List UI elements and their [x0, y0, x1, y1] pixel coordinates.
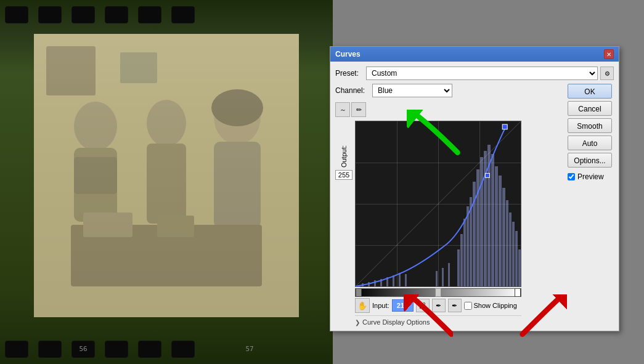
red-arrow-right [518, 294, 567, 338]
frame-numbers: 56 57 [0, 345, 333, 353]
sprocket-hole [5, 6, 28, 23]
svg-rect-11 [157, 216, 194, 237]
preview-checkbox[interactable] [568, 173, 575, 180]
show-clipping-checkbox[interactable] [464, 302, 472, 310]
channel-select[interactable]: Blue RGB Red Green [372, 84, 452, 97]
expand-icon[interactable]: ❯ [355, 319, 360, 326]
sprocket-hole [138, 6, 161, 23]
output-value: 255 [335, 170, 353, 180]
svg-rect-8 [214, 142, 261, 228]
left-panel: Channel: Blue RGB Red Green ～ ✏ [335, 84, 564, 326]
svg-rect-1 [46, 46, 96, 95]
options-button[interactable]: Options... [568, 153, 612, 168]
svg-point-5 [147, 100, 186, 147]
close-button[interactable]: ✕ [604, 49, 614, 59]
svg-rect-46 [485, 173, 489, 177]
right-panel: OK Cancel Smooth Auto Options... Preview [568, 84, 614, 326]
show-clipping-container: Show Clipping [464, 302, 517, 310]
svg-rect-10 [83, 212, 132, 237]
dialog-titlebar: Curves ✕ [330, 47, 619, 62]
preview-label: Preview [577, 172, 604, 181]
auto-button[interactable]: Auto [568, 135, 612, 150]
svg-line-44 [356, 121, 521, 286]
show-clipping-label: Show Clipping [474, 302, 517, 309]
curves-dialog: Curves ✕ Preset: Custom ⚙ Channel: Blue … [330, 46, 619, 331]
sprocket-hole [105, 6, 128, 23]
preset-select[interactable]: Custom [366, 67, 598, 80]
curve-svg [356, 121, 521, 286]
output-label: Output: [340, 145, 348, 168]
sprocket-hole [171, 6, 195, 23]
channel-label: Channel: [335, 86, 372, 95]
curves-tool-button[interactable]: ～ [335, 102, 350, 117]
red-arrow-left [404, 294, 453, 338]
channel-row: Channel: Blue RGB Red Green [335, 84, 564, 97]
hand-tool-button[interactable]: ✋ [355, 298, 370, 313]
smooth-button[interactable]: Smooth [568, 118, 612, 133]
photo-content [34, 34, 299, 317]
preset-options-button[interactable]: ⚙ [600, 67, 614, 80]
frame-number-57: 57 [245, 345, 253, 353]
sprocket-holes-top [0, 6, 333, 23]
black-point-handle[interactable] [356, 288, 362, 297]
frame-number-56: 56 [79, 345, 87, 353]
curves-graph[interactable] [355, 121, 521, 287]
main-content: Channel: Blue RGB Red Green ～ ✏ [335, 84, 614, 326]
dialog-title: Curves [335, 50, 361, 59]
svg-rect-13 [74, 157, 117, 194]
output-label-container: Output: 255 [335, 145, 353, 180]
preset-row: Preset: Custom ⚙ [335, 67, 614, 80]
svg-rect-2 [120, 52, 157, 83]
svg-point-12 [211, 89, 263, 126]
film-strip: 56 57 [0, 0, 333, 364]
cancel-button[interactable]: Cancel [568, 101, 612, 116]
tool-row: ～ ✏ [335, 102, 564, 117]
svg-point-3 [74, 102, 117, 151]
film-background: 56 57 [0, 0, 333, 364]
input-label: Input: [372, 302, 389, 309]
sprocket-hole [38, 6, 62, 23]
film-photo [34, 34, 299, 317]
svg-rect-6 [147, 144, 186, 224]
preview-row: Preview [568, 172, 614, 181]
dialog-body: Preset: Custom ⚙ Channel: Blue RGB Red G… [330, 62, 619, 331]
ok-button[interactable]: OK [568, 84, 612, 99]
sprocket-hole [71, 6, 95, 23]
pencil-tool-button[interactable]: ✏ [351, 102, 366, 117]
preset-label: Preset: [335, 69, 366, 78]
svg-rect-45 [502, 124, 507, 129]
